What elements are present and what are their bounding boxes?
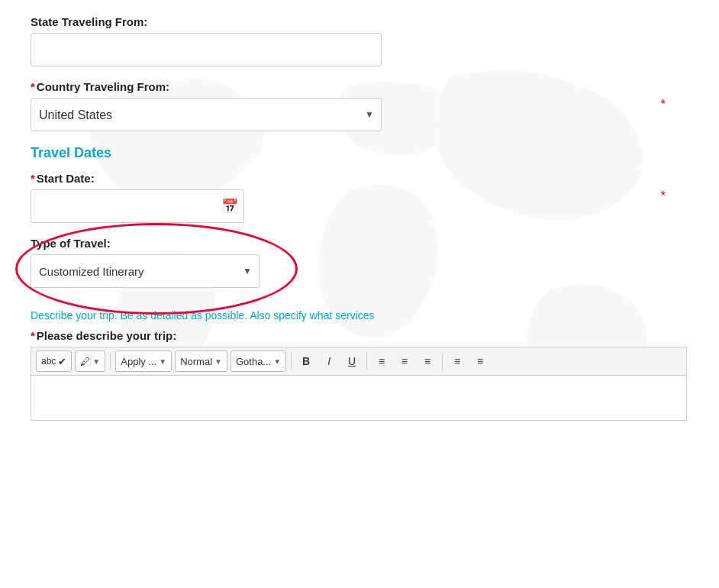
apply-label: Apply ... — [121, 356, 156, 367]
travel-dates-title: Travel Dates — [31, 145, 688, 161]
spell-check-button[interactable]: abc ✔ — [36, 351, 72, 372]
format-chevron-icon: ▼ — [92, 357, 100, 366]
start-date-right-star: * — [661, 189, 666, 203]
toolbar-separator-2 — [291, 353, 292, 370]
ordered-list-button[interactable]: ≡ — [470, 351, 490, 372]
align-center-button[interactable]: ≡ — [395, 351, 414, 372]
trip-description-editor[interactable] — [31, 375, 687, 421]
paragraph-style-dropdown[interactable]: Normal ▼ — [175, 351, 227, 372]
toolbar-separator-4 — [442, 353, 443, 370]
describe-trip-field-group: *Please describe your trip: abc ✔ 🖊 ▼ Ap… — [31, 329, 688, 421]
toolbar-separator-1 — [110, 353, 111, 370]
start-date-label: *Start Date: — [31, 172, 688, 185]
bold-icon: B — [302, 355, 310, 367]
align-left-icon: ≡ — [379, 355, 385, 367]
font-dropdown[interactable]: Gotha... ▼ — [231, 351, 286, 372]
country-right-star: * — [661, 98, 666, 111]
font-label: Gotha... — [236, 356, 271, 367]
underline-icon: U — [348, 355, 356, 367]
align-left-button[interactable]: ≡ — [372, 351, 392, 372]
state-label: State Traveling From: — [31, 15, 688, 28]
bold-button[interactable]: B — [296, 351, 316, 372]
country-select-wrapper: United States Canada Mexico United Kingd… — [31, 98, 382, 131]
unordered-list-icon: ≡ — [454, 355, 460, 367]
underline-button[interactable]: U — [342, 351, 362, 372]
apply-dropdown-button[interactable]: Apply ... ▼ — [115, 351, 172, 372]
type-of-travel-label: Type of Travel: — [31, 237, 260, 250]
start-date-input[interactable] — [31, 189, 244, 223]
editor-toolbar: abc ✔ 🖊 ▼ Apply ... ▼ Normal ▼ Gotha... — [31, 347, 687, 375]
toolbar-separator-3 — [366, 353, 367, 370]
ordered-list-icon: ≡ — [477, 355, 483, 367]
format-icon: 🖊 — [80, 356, 90, 367]
paragraph-style-label: Normal — [180, 356, 212, 367]
start-date-input-wrapper: 📅 — [31, 189, 244, 223]
align-right-button[interactable]: ≡ — [418, 351, 437, 372]
type-of-travel-select[interactable]: Customized Itinerary Group Tour Independ… — [31, 254, 260, 288]
format-dropdown-button[interactable]: 🖊 ▼ — [75, 351, 105, 372]
describe-trip-label: *Please describe your trip: — [31, 329, 688, 342]
state-field-group: State Traveling From: — [31, 15, 688, 66]
paragraph-chevron-icon: ▼ — [214, 357, 222, 366]
italic-icon: I — [327, 355, 330, 367]
italic-button[interactable]: I — [319, 351, 339, 372]
type-of-travel-field-group: Type of Travel: Customized Itinerary Gro… — [31, 237, 260, 288]
country-field-group: *Country Traveling From: * United States… — [31, 80, 688, 131]
country-label: *Country Traveling From: — [31, 80, 688, 93]
unordered-list-button[interactable]: ≡ — [447, 351, 467, 372]
start-date-required-star: * — [31, 172, 35, 185]
country-required-star: * — [31, 80, 35, 93]
apply-chevron-icon: ▼ — [159, 357, 166, 366]
start-date-field-group: *Start Date: * 📅 — [31, 172, 688, 223]
spell-check-icon: ✔ — [58, 356, 66, 367]
align-center-icon: ≡ — [401, 355, 408, 367]
describe-hint: Describe your trip. Be as detailed as po… — [31, 309, 687, 321]
abc-icon: abc — [41, 356, 56, 367]
type-of-travel-select-wrapper: Customized Itinerary Group Tour Independ… — [31, 254, 260, 288]
font-chevron-icon: ▼ — [273, 357, 281, 366]
state-input[interactable] — [31, 33, 382, 66]
country-select[interactable]: United States Canada Mexico United Kingd… — [31, 98, 382, 131]
align-right-icon: ≡ — [424, 355, 430, 367]
describe-required-star: * — [31, 329, 35, 342]
